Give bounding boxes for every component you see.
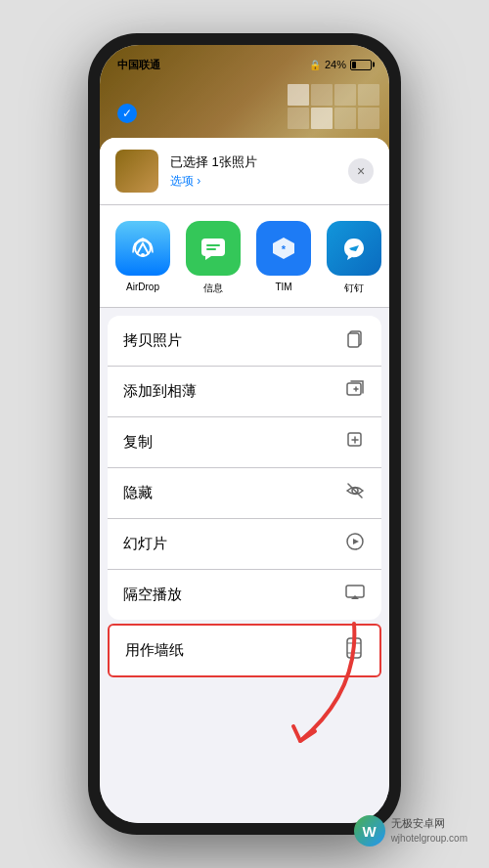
copy-photo-icon bbox=[344, 327, 366, 354]
app-item-airdrop[interactable]: AirDrop bbox=[115, 221, 170, 295]
share-sheet: 已选择 1张照片 选项 › × bbox=[100, 138, 389, 823]
app-icons-row: AirDrop 信息 bbox=[100, 205, 389, 308]
share-subtitle[interactable]: 选项 › bbox=[170, 173, 336, 190]
dingtalk-label: 钉钉 bbox=[344, 282, 364, 295]
menu-item-airplay[interactable]: 隔空播放 bbox=[108, 570, 381, 620]
svg-text:*: * bbox=[282, 243, 287, 255]
svg-point-1 bbox=[141, 253, 145, 257]
app-item-messages[interactable]: 信息 bbox=[186, 221, 241, 295]
watermark-text-block: 无极安卓网 wjhotelgroup.com bbox=[391, 816, 467, 845]
add-album-label: 添加到相薄 bbox=[123, 382, 197, 401]
share-thumbnail bbox=[115, 150, 158, 193]
phone-screen: 中国联通 🔒 24% ✓ bbox=[100, 45, 389, 823]
messages-icon bbox=[186, 221, 241, 276]
watermark-logo: W bbox=[354, 815, 385, 846]
add-album-icon bbox=[344, 378, 366, 405]
share-title: 已选择 1张照片 bbox=[170, 153, 336, 171]
menu-item-add-album[interactable]: 添加到相薄 bbox=[108, 367, 381, 417]
wallpaper-label: 用作墙纸 bbox=[125, 641, 184, 660]
menu-item-copy-photo[interactable]: 拷贝照片 bbox=[108, 316, 381, 367]
close-button[interactable]: × bbox=[348, 158, 374, 184]
dingtalk-icon bbox=[327, 221, 381, 276]
phone-frame: 中国联通 🔒 24% ✓ bbox=[88, 33, 401, 835]
app-item-tim[interactable]: * TIM bbox=[256, 221, 311, 295]
app-item-dingtalk[interactable]: 钉钉 bbox=[327, 221, 381, 295]
battery-fill bbox=[352, 62, 356, 68]
menu-item-wallpaper[interactable]: 用作墙纸 bbox=[110, 626, 379, 675]
airplay-icon bbox=[344, 582, 366, 608]
share-header: 已选择 1张照片 选项 › × bbox=[100, 138, 389, 205]
menu-item-wallpaper-wrapper: 用作墙纸 bbox=[108, 624, 381, 677]
hide-icon bbox=[344, 480, 366, 506]
tim-icon: * bbox=[256, 221, 311, 276]
watermark-url: wjhotelgroup.com bbox=[391, 832, 467, 846]
menu-item-duplicate[interactable]: 复制 bbox=[108, 417, 381, 468]
share-header-text: 已选择 1张照片 选项 › bbox=[170, 153, 336, 190]
status-bar: 中国联通 🔒 24% bbox=[100, 45, 389, 76]
battery-pct: 24% bbox=[325, 59, 346, 70]
airdrop-icon bbox=[115, 221, 170, 276]
watermark: W 无极安卓网 wjhotelgroup.com bbox=[354, 815, 467, 846]
duplicate-icon bbox=[344, 429, 366, 456]
battery-icon bbox=[350, 60, 372, 70]
wallpaper-icon bbox=[344, 637, 364, 664]
hide-label: 隐藏 bbox=[123, 484, 153, 502]
carrier-label: 中国联通 bbox=[117, 58, 160, 72]
lock-icon: 🔒 bbox=[309, 60, 321, 70]
watermark-name: 无极安卓网 bbox=[391, 816, 467, 831]
svg-rect-2 bbox=[201, 239, 225, 256]
slideshow-icon bbox=[344, 531, 366, 557]
duplicate-label: 复制 bbox=[123, 433, 153, 452]
menu-item-hide[interactable]: 隐藏 bbox=[108, 468, 381, 519]
menu-item-slideshow[interactable]: 幻灯片 bbox=[108, 519, 381, 570]
photo-grid bbox=[288, 84, 379, 129]
svg-rect-12 bbox=[347, 638, 361, 658]
status-right-icons: 🔒 24% bbox=[309, 59, 372, 70]
airdrop-label: AirDrop bbox=[126, 282, 159, 292]
svg-line-9 bbox=[348, 484, 362, 498]
selected-badge: ✓ bbox=[117, 104, 137, 123]
tim-label: TIM bbox=[275, 282, 291, 292]
outer-wrapper: 中国联通 🔒 24% ✓ bbox=[0, 0, 489, 868]
slideshow-label: 幻灯片 bbox=[123, 535, 167, 553]
svg-rect-5 bbox=[348, 333, 359, 347]
menu-section: 拷贝照片 添加到相薄 bbox=[108, 316, 381, 620]
copy-photo-label: 拷贝照片 bbox=[123, 331, 182, 350]
airplay-label: 隔空播放 bbox=[123, 586, 182, 604]
messages-label: 信息 bbox=[203, 282, 223, 295]
